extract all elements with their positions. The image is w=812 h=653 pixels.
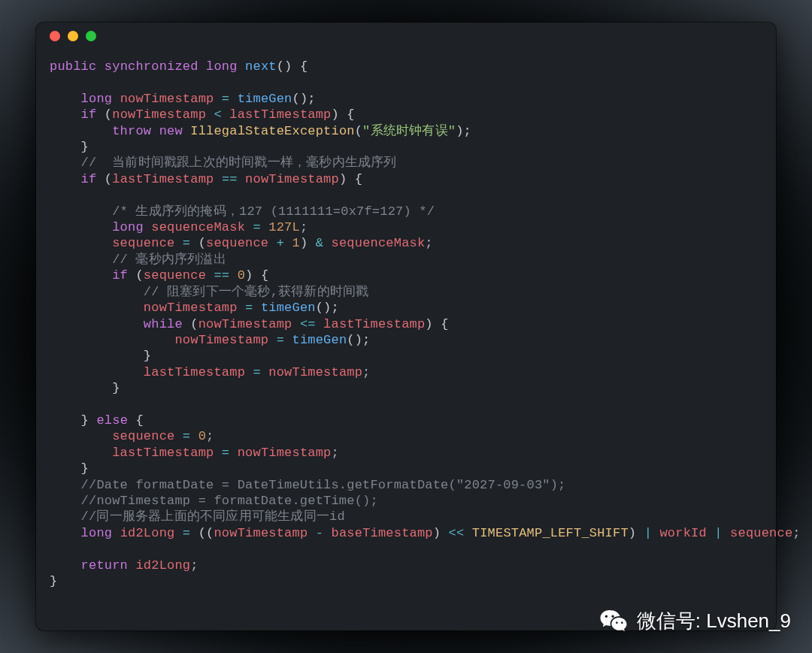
var-sequenceMask: sequenceMask <box>332 236 426 250</box>
punct: ) { <box>332 107 355 122</box>
zoom-icon[interactable] <box>86 31 96 41</box>
punct: ; <box>792 526 800 540</box>
var-sequence: sequence <box>730 526 792 540</box>
keyword-public: public <box>50 59 96 74</box>
punct: ) <box>629 526 636 540</box>
punct: ); <box>456 124 471 138</box>
type-long: long <box>206 59 238 74</box>
minimize-icon[interactable] <box>68 31 78 41</box>
var-nowTimestamp: nowTimestamp <box>245 172 339 186</box>
comment: //Date formatDate = DateTimeUtils.getFor… <box>81 478 566 492</box>
stage: public synchronized long next() { long n… <box>0 0 812 653</box>
var-nowTimestamp: nowTimestamp <box>214 526 308 540</box>
punct: ( <box>198 236 206 250</box>
punct: ; <box>300 220 308 234</box>
var-sequence: sequence <box>112 236 174 250</box>
punct: ( <box>105 107 112 122</box>
comment: // 阻塞到下一个毫秒,获得新的时间戳 <box>144 285 369 299</box>
fn-timeGen: timeGen <box>292 333 347 347</box>
op-eqeq: == <box>222 172 238 186</box>
punct: } <box>112 381 120 395</box>
var-lastTimestamp: lastTimestamp <box>112 172 214 186</box>
op-eq: = <box>183 429 190 443</box>
punct: (); <box>292 92 315 106</box>
wechat-watermark: 微信号: Lvshen_9 <box>598 605 791 636</box>
const-TIMESTAMP_LEFT_SHIFT: TIMESTAMP_LEFT_SHIFT <box>472 526 629 540</box>
type-long: long <box>81 92 113 106</box>
punct: ; <box>425 236 432 250</box>
var-lastTimestamp: lastTimestamp <box>112 446 214 460</box>
var-nowTimestamp: nowTimestamp <box>198 317 292 331</box>
keyword-while: while <box>144 317 183 331</box>
number-0: 0 <box>198 429 206 443</box>
keyword-synchronized: synchronized <box>105 59 198 74</box>
var-baseTimestamp: baseTimestamp <box>332 526 433 540</box>
keyword-else: else <box>96 413 128 428</box>
op-eq: = <box>183 526 190 540</box>
op-eq: = <box>253 365 260 379</box>
titlebar <box>36 23 776 50</box>
op-minus: - <box>316 526 323 540</box>
punct: ) { <box>245 268 268 283</box>
code-block: public synchronized long next() { long n… <box>36 50 776 603</box>
var-id2Long: id2Long <box>120 526 175 540</box>
op-bar: | <box>714 526 722 540</box>
comment: //nowTimestamp = formatDate.getTime(); <box>81 494 378 508</box>
punct: ( <box>190 317 198 331</box>
var-nowTimestamp: nowTimestamp <box>112 107 206 122</box>
var-nowTimestamp: nowTimestamp <box>174 333 268 347</box>
op-eqeq: == <box>214 268 229 283</box>
op-eq: = <box>222 92 229 106</box>
wechat-icon <box>598 605 629 636</box>
punct: ) { <box>425 317 448 331</box>
number-1: 1 <box>292 236 300 250</box>
fn-timeGen: timeGen <box>261 301 316 315</box>
punct: ) <box>300 236 308 250</box>
keyword-new: new <box>159 124 183 138</box>
op-eq: = <box>277 333 284 347</box>
punct: ( <box>135 268 143 283</box>
punct: (); <box>347 333 370 347</box>
fn-timeGen: timeGen <box>238 92 292 106</box>
punct: } <box>50 574 57 588</box>
number-127L: 127L <box>268 220 300 234</box>
op-plus: + <box>277 236 284 250</box>
op-bar: | <box>644 526 652 540</box>
op-eq: = <box>222 446 229 460</box>
var-nowTimestamp: nowTimestamp <box>120 92 214 106</box>
keyword-if: if <box>81 172 97 186</box>
punct: } <box>81 413 89 428</box>
op-shl: << <box>449 526 465 540</box>
op-eq: = <box>253 220 260 234</box>
keyword-if: if <box>112 268 128 283</box>
op-eq: = <box>183 236 190 250</box>
var-nowTimestamp: nowTimestamp <box>268 365 362 379</box>
class-IllegalStateException: IllegalStateException <box>190 124 354 138</box>
close-icon[interactable] <box>50 31 60 41</box>
keyword-throw: throw <box>112 124 151 138</box>
comment: // 毫秒内序列溢出 <box>112 252 226 267</box>
punct: ; <box>206 429 214 443</box>
punct: ) { <box>339 172 362 186</box>
comment: /* 生成序列的掩码，127 (1111111=0x7f=127) */ <box>112 204 435 219</box>
op-lt: < <box>214 107 221 122</box>
var-sequenceMask: sequenceMask <box>151 220 245 234</box>
punct: (); <box>316 301 339 315</box>
op-le: <= <box>300 317 316 331</box>
var-lastTimestamp: lastTimestamp <box>229 107 331 122</box>
var-nowTimestamp: nowTimestamp <box>238 446 332 460</box>
punct: (( <box>198 526 214 540</box>
comment: //同一服务器上面的不同应用可能生成同一id <box>81 509 345 524</box>
fn-next: next <box>245 59 277 74</box>
keyword-return: return <box>81 558 128 573</box>
op-eq: = <box>245 301 253 315</box>
punct: () { <box>277 59 308 74</box>
punct: } <box>144 349 151 363</box>
var-lastTimestamp: lastTimestamp <box>323 317 425 331</box>
punct: ; <box>362 365 370 379</box>
punct: { <box>135 413 143 428</box>
punct: ; <box>190 558 198 573</box>
punct: } <box>81 140 89 154</box>
punct: ( <box>105 172 112 186</box>
string-literal: "系统时钟有误" <box>362 124 456 138</box>
